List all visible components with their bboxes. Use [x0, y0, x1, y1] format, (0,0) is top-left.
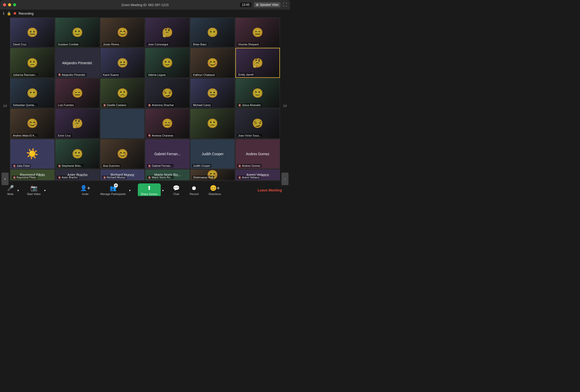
- video-cell: Andres Gomez🔇Andres Gomez: [235, 139, 280, 169]
- video-cell: Raymond Piloto🔇Raymond Piloto: [10, 169, 55, 180]
- video-cell: 🙂Gustavo Cordido: [55, 18, 100, 47]
- share-icon: ⬆: [147, 185, 151, 191]
- next-page-button[interactable]: ›: [281, 173, 288, 185]
- video-cell: 😐Karol Suarez: [100, 48, 145, 78]
- participant-name-display: Alejandro Pimentel.: [60, 59, 95, 67]
- participant-label: Andres Mata El K...: [12, 134, 38, 137]
- participant-label: 🔇Raymond Piloto: [12, 176, 37, 179]
- meeting-title: Zoom Meeting ID: 662-397-1215: [121, 3, 169, 7]
- video-cell: Gabriel Fernan...🔇Gabriel Fernan...: [145, 139, 190, 169]
- participant-name-display: Andres Gomez: [244, 150, 271, 158]
- recording-indicator: [14, 12, 16, 15]
- participant-label: 🔇Stephanie Brito...: [57, 164, 84, 168]
- share-caret[interactable]: ▲: [161, 188, 165, 192]
- start-video-button[interactable]: 📷╱ Start Video: [25, 184, 43, 196]
- close-button[interactable]: [3, 3, 6, 6]
- participant-name-display: Gabriel Fernan...: [152, 150, 183, 158]
- chat-button[interactable]: 💬 Chat: [171, 184, 182, 196]
- meeting-timer: 13:45: [240, 3, 251, 7]
- video-group: 📷╱ Start Video ▲: [25, 184, 47, 196]
- prev-page-button[interactable]: ‹: [2, 173, 9, 185]
- manage-participants-button[interactable]: 👥 37 Manage Participants: [98, 184, 127, 196]
- video-cell: 😑🔇Aneesa Charania: [145, 109, 190, 138]
- speaker-view-button[interactable]: ⊞ Speaker View: [254, 2, 280, 7]
- participant-label: 🔇Antonina Shachar: [147, 103, 175, 107]
- minimize-button[interactable]: [8, 3, 11, 6]
- lock-icon: 🔒: [7, 11, 11, 15]
- info-icon: ℹ: [3, 11, 4, 15]
- grid-icon: ⊞: [256, 3, 259, 7]
- participant-label: 🔇Aneesa Charania: [147, 134, 174, 137]
- video-caret[interactable]: ▲: [43, 188, 47, 192]
- video-cell: Richard Munoz🔇Richard Munoz: [100, 169, 145, 180]
- invite-button[interactable]: 👤+ Invite: [78, 184, 92, 196]
- video-cell: [100, 109, 145, 138]
- title-bar: Zoom Meeting ID: 662-397-1215 13:45 ⊞ Sp…: [0, 0, 290, 10]
- participant-label: 🔇Julia Fistel: [12, 164, 31, 168]
- video-cell: 😐David Cruz: [10, 18, 55, 47]
- video-cell: 😊Ana Guerrero: [100, 139, 145, 169]
- video-cell: 🙂🔇Stephanie Brito...: [55, 139, 100, 169]
- recording-label: Recording: [19, 12, 34, 15]
- page-indicator-right: 1/2: [283, 104, 287, 107]
- right-navigation: › 1/2: [281, 17, 288, 181]
- participant-label: Vicenta Shepard: [237, 43, 260, 46]
- video-cell: Aremi Velasco🔇Aremi Velasco: [235, 169, 280, 180]
- participants-icon: 👥 37: [110, 185, 116, 191]
- video-cell: Asier Bracho🔇Asier Bracho: [55, 169, 100, 180]
- recording-bar: ℹ 🔒 Recording: [0, 10, 290, 17]
- chat-icon: 💬: [173, 185, 180, 191]
- record-icon: ⏺: [191, 185, 197, 191]
- participant-label: 🔇Jesus Alvarado: [237, 103, 262, 107]
- video-cell: 😊Andres Mata El K...: [10, 109, 55, 138]
- video-cell: 🙂🔇Jesus Alvarado: [235, 78, 280, 108]
- fullscreen-icon[interactable]: ⛶: [283, 3, 287, 7]
- mute-caret[interactable]: ▲: [16, 188, 20, 192]
- video-cell: 😐Michael Carey: [190, 78, 235, 108]
- video-cell: Judith CooperJudith Cooper: [190, 139, 235, 169]
- microphone-icon: 🎤: [7, 185, 14, 191]
- participant-label: 🔇Gabriel Fernan...: [147, 164, 174, 168]
- reactions-button[interactable]: 😊+ Reactions: [207, 184, 223, 196]
- participant-label: 🔇Mario Noris Ro...: [147, 176, 174, 179]
- participant-label: Joao Victor Souz...: [237, 134, 262, 137]
- participant-label: Michael Carey: [192, 103, 212, 107]
- video-cell: 😏Joao Victor Souz...: [235, 109, 280, 138]
- video-cell: 😊Jovan Rivera: [100, 18, 145, 47]
- mute-button[interactable]: 🎤 Mute: [5, 184, 16, 196]
- toolbar-center: 👤+ Invite 👥 37 Manage Participants ▲ ⬆ S…: [78, 183, 223, 196]
- leave-meeting-button[interactable]: Leave Meeting: [255, 186, 285, 194]
- participant-label: Erick Cruz: [57, 134, 72, 137]
- participants-group: 👥 37 Manage Participants ▲: [98, 184, 132, 196]
- reactions-icon: 😊+: [210, 185, 220, 191]
- participants-caret[interactable]: ▲: [128, 188, 132, 192]
- share-screen-button[interactable]: ⬆ Share Screen: [138, 183, 161, 196]
- participant-label: Judith Cooper: [192, 164, 211, 168]
- video-cell: 😏🔇Antonina Shachar: [145, 78, 190, 108]
- toolbar-left: 🎤 Mute ▲ 📷╱ Start Video ▲: [5, 184, 47, 196]
- video-cell: 🤔Jose Consuegra: [145, 18, 190, 47]
- participant-label: Shahnawaz Rafi: [192, 176, 214, 179]
- maximize-button[interactable]: [13, 3, 16, 6]
- toolbar: 🎤 Mute ▲ 📷╱ Start Video ▲ 👤+ Invite: [0, 181, 290, 196]
- participant-label: 🔇Giselle Castano: [102, 103, 127, 107]
- participant-name-display: Judith Cooper: [200, 150, 225, 158]
- participant-label: 🔇Alejandro Pimentel.: [57, 73, 87, 77]
- video-cell: 🙁🔇Giselle Castano: [100, 78, 145, 108]
- participant-label: Gustavo Cordido: [57, 43, 80, 46]
- record-button[interactable]: ⏺ Record: [188, 184, 201, 196]
- video-cell: 🙂Valeria Leguia: [145, 48, 190, 78]
- window-controls: [3, 3, 16, 6]
- participant-label: David Cruz: [12, 43, 27, 46]
- participant-label: Jose Consuegra: [147, 43, 169, 46]
- video-cell: 😑Luis Fuentes: [55, 78, 100, 108]
- video-cell: Alejandro Pimentel.🔇Alejandro Pimentel.: [55, 48, 100, 78]
- invite-icon: 👤+: [80, 185, 90, 191]
- participant-label: Valeria Leguia: [147, 73, 167, 77]
- participant-label: 🔇Asier Bracho: [57, 176, 79, 179]
- participant-label: Emily Jarrell: [237, 73, 254, 76]
- video-cell: 🙁: [190, 109, 235, 138]
- video-cell: 🤔Erick Cruz: [55, 109, 100, 138]
- participant-label: Karol Suarez: [102, 73, 120, 77]
- participant-label: Kathryn Chabaud: [192, 73, 216, 77]
